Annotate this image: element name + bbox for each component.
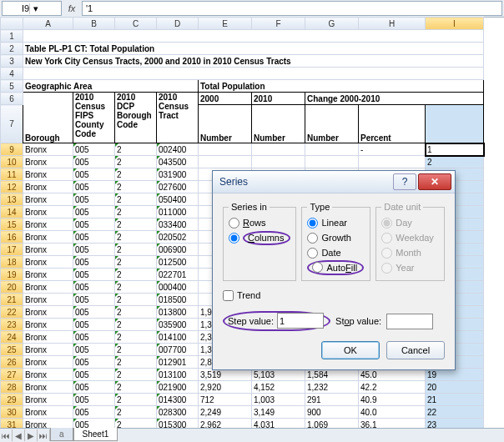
cell-borough[interactable]: Bronx <box>23 244 73 256</box>
cell-percent[interactable]: - <box>359 143 426 156</box>
dialog-titlebar[interactable]: Series ? ✕ <box>213 171 455 193</box>
row-header[interactable]: 25 <box>1 344 23 356</box>
tab-nav-first[interactable]: ⏮ <box>0 429 13 441</box>
cell-fips[interactable]: 005 <box>73 319 115 331</box>
cell-borough[interactable]: Bronx <box>23 306 73 319</box>
cell-dcp[interactable]: 2 <box>115 319 157 331</box>
cell-fips[interactable]: 005 <box>73 381 115 394</box>
cell-dcp[interactable]: 2 <box>115 369 157 381</box>
sheet-tab-sheet1[interactable]: Sheet1 <box>73 428 118 441</box>
cell[interactable] <box>426 105 484 143</box>
cell-tract[interactable]: 028300 <box>157 406 199 419</box>
sheet-tab-a[interactable]: a <box>50 428 73 441</box>
hdr-2010[interactable]: 2010 <box>252 93 305 105</box>
cell-i[interactable]: 20 <box>426 381 484 394</box>
hdr-change[interactable]: Change 2000-2010 <box>305 93 484 105</box>
name-box-dropdown[interactable]: ▾ <box>29 3 42 14</box>
cancel-button[interactable]: Cancel <box>386 341 445 359</box>
hdr-borough[interactable]: Borough <box>23 93 73 143</box>
cell-dcp[interactable]: 2 <box>115 294 157 306</box>
cell-n2000[interactable]: 712 <box>199 394 252 406</box>
tab-nav-last[interactable]: ⏭ <box>38 429 50 441</box>
hdr-num-2010[interactable]: Number <box>252 105 305 143</box>
cell-dcp[interactable]: 2 <box>115 231 157 244</box>
cell-borough[interactable]: Bronx <box>23 181 73 193</box>
stop-value-input[interactable] <box>386 314 433 329</box>
cell-n2000[interactable] <box>199 143 252 156</box>
cell-i[interactable]: 2 <box>426 156 484 168</box>
cell[interactable] <box>23 68 484 80</box>
col-header-b[interactable]: B <box>73 18 115 30</box>
radio-growth-input[interactable] <box>307 233 318 244</box>
cell-dcp[interactable]: 2 <box>115 168 157 181</box>
cell-borough[interactable]: Bronx <box>23 156 73 168</box>
cell-tract[interactable]: 006900 <box>157 244 199 256</box>
cell-dcp[interactable]: 2 <box>115 143 157 156</box>
cell-dcp[interactable]: 2 <box>115 269 157 281</box>
cell-tract[interactable]: 031900 <box>157 168 199 181</box>
checkbox-trend-input[interactable] <box>223 290 234 301</box>
cell-tract[interactable]: 002400 <box>157 143 199 156</box>
col-header-a[interactable]: A <box>23 18 73 30</box>
cell-fips[interactable]: 005 <box>73 206 115 218</box>
cell-borough[interactable]: Bronx <box>23 193 73 206</box>
cell-tract[interactable]: 043500 <box>157 156 199 168</box>
row-header[interactable]: 13 <box>1 193 23 206</box>
radio-linear[interactable]: Linear <box>307 215 365 230</box>
row-header[interactable]: 22 <box>1 306 23 319</box>
row-header[interactable]: 11 <box>1 168 23 181</box>
cell-dcp[interactable]: 2 <box>115 306 157 319</box>
cell-tract[interactable]: 035900 <box>157 319 199 331</box>
radio-growth[interactable]: Growth <box>307 230 365 245</box>
checkbox-trend[interactable]: Trend <box>223 288 445 303</box>
cell-change[interactable] <box>305 156 359 168</box>
cell-change[interactable] <box>305 143 359 156</box>
cell-fips[interactable]: 005 <box>73 193 115 206</box>
cell-borough[interactable]: Bronx <box>23 319 73 331</box>
row-header[interactable]: 14 <box>1 206 23 218</box>
title-1[interactable]: Table PL-P1 CT: Total Population <box>23 43 484 55</box>
cell-percent[interactable]: 40.9 <box>359 394 426 406</box>
hdr-num-chg[interactable]: Number <box>305 105 359 143</box>
col-header-i[interactable]: I <box>426 18 484 30</box>
row-header[interactable]: 17 <box>1 244 23 256</box>
cell-fips[interactable]: 005 <box>73 331 115 344</box>
hdr-num-2000[interactable]: Number <box>199 105 252 143</box>
cell-borough[interactable]: Bronx <box>23 168 73 181</box>
cell-dcp[interactable]: 2 <box>115 331 157 344</box>
cell-borough[interactable]: Bronx <box>23 206 73 218</box>
cell-change[interactable]: 1,232 <box>305 381 359 394</box>
cell-tract[interactable]: 050400 <box>157 193 199 206</box>
cell-tract[interactable]: 000400 <box>157 281 199 294</box>
cell-tract[interactable]: 013800 <box>157 306 199 319</box>
row-header[interactable]: 16 <box>1 231 23 244</box>
cell-fips[interactable]: 005 <box>73 168 115 181</box>
cell-borough[interactable]: Bronx <box>23 269 73 281</box>
hdr-percent[interactable]: Percent <box>359 105 426 143</box>
radio-date[interactable]: Date <box>307 245 365 260</box>
cell-change[interactable]: 900 <box>305 406 359 419</box>
col-header-h[interactable]: H <box>359 18 426 30</box>
row-header[interactable]: 30 <box>1 406 23 419</box>
cell-dcp[interactable]: 2 <box>115 281 157 294</box>
cell-fips[interactable]: 005 <box>73 244 115 256</box>
cell-borough[interactable]: Bronx <box>23 381 73 394</box>
cell-dcp[interactable]: 2 <box>115 181 157 193</box>
row-header[interactable]: 1 <box>1 30 23 43</box>
row-header[interactable]: 20 <box>1 281 23 294</box>
row-header[interactable]: 7 <box>1 105 23 143</box>
hdr-fips[interactable]: 2010 Census FIPS County Code <box>73 93 115 143</box>
cell-fips[interactable]: 005 <box>73 269 115 281</box>
cell-i[interactable]: 1 <box>426 143 484 156</box>
cell-fips[interactable]: 005 <box>73 356 115 369</box>
cell-n2000[interactable]: 2,920 <box>199 381 252 394</box>
cell-tract[interactable]: 011000 <box>157 206 199 218</box>
cell-fips[interactable]: 005 <box>73 156 115 168</box>
cell-fips[interactable]: 005 <box>73 306 115 319</box>
row-header[interactable]: 9 <box>1 143 23 156</box>
radio-date-input[interactable] <box>307 248 318 259</box>
cell-tract[interactable]: 014100 <box>157 331 199 344</box>
cell-borough[interactable]: Bronx <box>23 231 73 244</box>
cell-fips[interactable]: 005 <box>73 294 115 306</box>
row-header[interactable]: 27 <box>1 369 23 381</box>
